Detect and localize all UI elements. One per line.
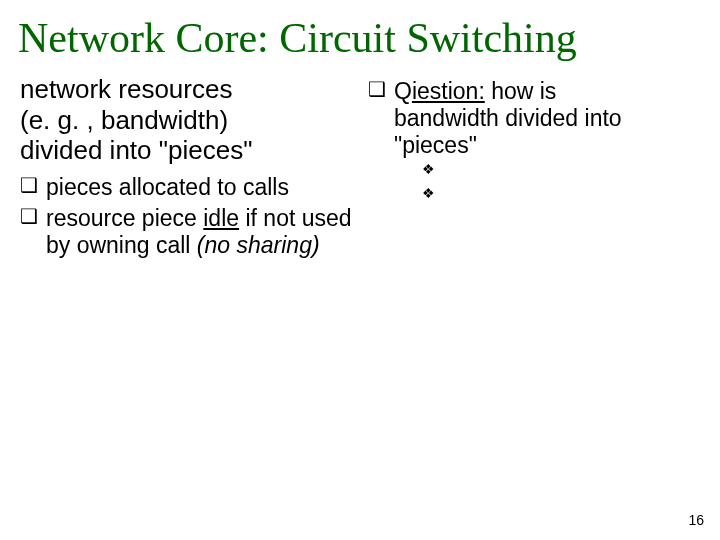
right-sub-2 — [422, 185, 700, 207]
right-column: Qiestion: how is bandwidth divided into … — [360, 70, 710, 263]
right-q-l1-underlined: iestion: — [412, 78, 485, 104]
left-lead-line3: divided into "pieces" — [20, 135, 252, 165]
right-q-l1-pre: Q — [394, 78, 412, 104]
left-bullet-2: resource piece idle if not used by ownin… — [20, 205, 352, 259]
left-bullet-2-underlined: idle — [203, 205, 239, 231]
slide-body: network resources (e. g. , bandwidth) di… — [0, 68, 720, 263]
left-bullet-1: pieces allocated to calls — [20, 174, 352, 201]
left-bullet-2-italic: (no sharing) — [197, 232, 320, 258]
right-sub-1 — [422, 161, 700, 183]
left-bullet-1-text: pieces allocated to calls — [46, 174, 289, 200]
left-lead: network resources (e. g. , bandwidth) di… — [20, 74, 352, 166]
right-sub-bullets — [394, 161, 700, 207]
left-bullet-2-prefix: resource piece — [46, 205, 203, 231]
slide: Network Core: Circuit Switching network … — [0, 0, 720, 540]
right-q-l2: bandwidth divided into — [394, 105, 622, 131]
left-bullets: pieces allocated to calls resource piece… — [20, 174, 352, 259]
right-q-l1-post: how is — [485, 78, 557, 104]
left-column: network resources (e. g. , bandwidth) di… — [10, 70, 360, 263]
left-lead-line1: network resources — [20, 74, 232, 104]
right-q-l3: "pieces" — [394, 132, 477, 158]
left-lead-line2: (e. g. , bandwidth) — [20, 105, 228, 135]
slide-title: Network Core: Circuit Switching — [0, 0, 720, 68]
right-bullet-question: Qiestion: how is bandwidth divided into … — [368, 78, 700, 207]
right-bullets: Qiestion: how is bandwidth divided into … — [368, 78, 700, 207]
page-number: 16 — [688, 512, 704, 528]
